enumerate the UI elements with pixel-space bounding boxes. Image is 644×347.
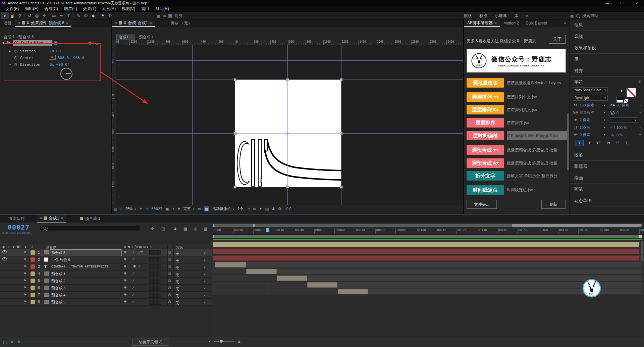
tab-project[interactable]: 项目	[0, 19, 15, 27]
layer-row[interactable]: ▶2白色 纯色 9❋∕◎无∨	[0, 256, 212, 263]
layer-search-input[interactable]: ▾	[40, 225, 141, 231]
pixel-aspect-icon[interactable]: ⊞	[253, 207, 256, 211]
selection-handle[interactable]	[233, 132, 236, 135]
eye-icon[interactable]	[2, 250, 7, 253]
timeline-track-row[interactable]	[212, 288, 644, 295]
parent-select[interactable]: 无∨	[175, 286, 206, 291]
composition-mini-flowchart-icon[interactable]: ✣	[151, 227, 154, 231]
rotation-tool[interactable]: ↺	[26, 12, 33, 19]
frame-blending-icon[interactable]: ▦	[183, 227, 187, 231]
panel-section-绘画[interactable]: 绘画	[570, 172, 644, 184]
navigator-start-handle[interactable]	[213, 224, 214, 227]
expander-icon[interactable]: ▶	[9, 50, 11, 53]
work-area-end-handle[interactable]	[639, 235, 642, 238]
timeline-track-row[interactable]	[212, 255, 644, 261]
switch-box[interactable]	[157, 300, 161, 305]
center-value[interactable]: 308.0, 968.0	[58, 56, 84, 60]
parent-select[interactable]: 无∨	[175, 250, 206, 255]
script-button-4[interactable]: 层层排序	[467, 118, 504, 128]
selection-handle[interactable]	[286, 78, 289, 81]
refresh-button[interactable]: 刷新	[541, 200, 566, 209]
timeline-jump-icon[interactable]: ▤	[265, 207, 269, 211]
label-color-chip[interactable]	[31, 250, 35, 255]
switch-box[interactable]	[157, 257, 161, 262]
workspace-»[interactable]: »	[526, 13, 535, 18]
label-color-chip[interactable]	[31, 293, 35, 297]
character-header[interactable]: 字符	[570, 78, 644, 87]
zoom-tool[interactable]: ⚲	[16, 12, 23, 19]
effect-point-icon[interactable]: ⊕	[49, 55, 56, 60]
panel-section-动态草图[interactable]: 动态草图	[570, 195, 644, 206]
timeline-track-row[interactable]	[212, 268, 644, 275]
parent-select[interactable]: 无∨	[175, 264, 206, 269]
switch-slash-icon[interactable]: ∕	[133, 300, 134, 303]
workspace-默认[interactable]: 默认	[464, 13, 479, 19]
draft-3d-icon[interactable]: ◫	[161, 227, 165, 231]
folder-button[interactable]: 文件夹...	[467, 200, 497, 209]
faux-style-button[interactable]: T¹	[614, 140, 621, 146]
menu-文件(F)[interactable]: 文件(F)	[3, 6, 22, 12]
panel-menu-icon[interactable]: ≡	[150, 20, 152, 25]
layer-duration-bar[interactable]	[213, 249, 639, 254]
fill-stroke-swatches[interactable]	[623, 88, 641, 103]
label-color-chip[interactable]	[31, 264, 35, 269]
panel-section-信息[interactable]: 信息	[570, 19, 644, 31]
tab-timeline-comp1[interactable]: × 合成1 ≡	[37, 214, 66, 222]
panel-section-段落[interactable]: 段落	[570, 149, 644, 161]
parent-pickwhip-icon[interactable]: ◎	[168, 250, 171, 254]
expander-arrow-icon[interactable]: ▶	[24, 286, 26, 289]
tab-motion2[interactable]: Motion 2	[500, 19, 522, 27]
script-button-3[interactable]: 层层排列英文	[467, 105, 504, 114]
mini-none-swatch[interactable]	[624, 99, 628, 103]
menu-编辑(E)[interactable]: 编辑(E)	[22, 6, 41, 12]
comp-breadcrumb-active[interactable]: 合成1‹	[116, 34, 135, 40]
composition-canvas[interactable]	[116, 45, 463, 205]
expander-arrow-icon[interactable]: ▶	[24, 257, 26, 260]
selection-handle[interactable]	[340, 186, 343, 189]
tab-timeline-precomp1[interactable]: 预合成 1	[76, 214, 104, 222]
faux-style-button[interactable]: T₁	[623, 140, 631, 146]
work-area-start-handle[interactable]	[213, 235, 214, 238]
switch-box[interactable]	[157, 279, 161, 284]
show-snapshot-icon[interactable]: ◑	[172, 207, 174, 211]
resolution-select[interactable]: 完整∨	[183, 206, 195, 211]
label-color-chip[interactable]	[31, 300, 35, 304]
faux-style-button[interactable]: T	[576, 140, 584, 146]
script-button-8[interactable]: 拆分文字	[467, 171, 504, 181]
tab-script-manager[interactable]: AE脚本管理器 ≡	[464, 19, 500, 27]
layer-row[interactable]: ▶4预合成 1❋∕◎无∨	[0, 270, 212, 278]
horizontal-ruler[interactable]: 1400120010008006004002000200400600800100…	[116, 40, 463, 45]
switch-box[interactable]	[157, 250, 161, 255]
timeline-track-row[interactable]	[212, 241, 644, 248]
menu-图层(L)[interactable]: 图层(L)	[61, 6, 80, 12]
zoom-slider-knob[interactable]	[220, 340, 223, 343]
menu-动画(A)[interactable]: 动画(A)	[99, 6, 119, 12]
parent-pickwhip-icon[interactable]: ◎	[168, 271, 171, 275]
eraser-tool[interactable]: ◆	[90, 12, 97, 19]
timeline-zoom-slider[interactable]: ▲ ▲	[208, 339, 241, 344]
lock-icon[interactable]	[124, 22, 126, 24]
layer-row[interactable]: ▶7预合成 4❋∕◎无∨	[0, 292, 212, 299]
work-area-bar[interactable]	[213, 235, 642, 238]
close-button[interactable]: ✕	[629, 0, 644, 6]
about-effect-link[interactable]: 关于...	[88, 41, 99, 46]
script-button-7[interactable]: 层预合成英文	[467, 158, 504, 168]
layer-row[interactable]: ▶5预合成 2❋∕◎无∨	[0, 278, 212, 285]
tab-render-queue[interactable]: 渲染队列	[5, 214, 28, 222]
pen-tool[interactable]: ✒	[58, 12, 65, 19]
switch-box[interactable]	[149, 286, 153, 291]
switch-box[interactable]	[149, 257, 153, 262]
panel-section-跟踪器[interactable]: 跟踪器	[570, 161, 644, 172]
puppet-pin-tool[interactable]: ⚑	[99, 12, 107, 19]
switch-box[interactable]	[149, 264, 153, 269]
faux-style-button[interactable]: Tᴛ	[604, 140, 612, 146]
layer-row[interactable]: ▶1预合成 6❋∕ƒx◎无∨	[0, 249, 212, 256]
layer-name[interactable]: 预合成 1	[51, 271, 65, 277]
layer-duration-bar[interactable]	[215, 262, 246, 267]
parent-pickwhip-icon[interactable]: ◎	[168, 257, 171, 261]
expander-arrow-icon[interactable]: ▶	[24, 250, 26, 253]
switch-fan-icon[interactable]: ❋	[124, 271, 126, 275]
layer-duration-bar[interactable]	[213, 255, 639, 261]
kerning-field[interactable]: V∕A度量标准▼	[573, 110, 608, 115]
about-button[interactable]: 关于	[549, 35, 566, 44]
